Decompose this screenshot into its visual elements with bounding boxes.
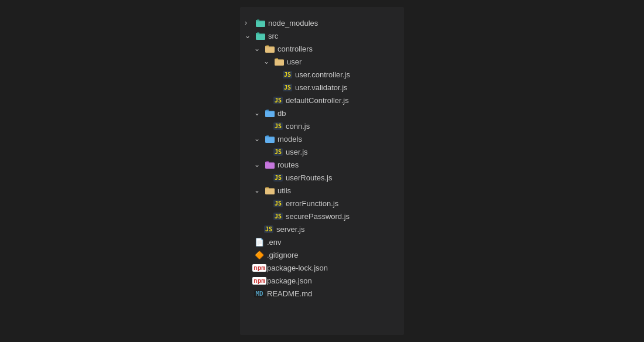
tree-item-package-json[interactable]: npmpackage.json	[240, 274, 404, 287]
file-icon: JS	[273, 95, 283, 105]
svg-rect-5	[266, 135, 269, 136]
file-icon: npm	[254, 275, 265, 286]
svg-rect-2	[266, 45, 269, 46]
file-label: db	[278, 109, 286, 118]
file-label: package.json	[267, 276, 312, 285]
file-icon: JS	[273, 121, 283, 131]
js-icon: JS	[283, 71, 292, 78]
svg-rect-3	[276, 58, 278, 59]
js-icon: JS	[273, 122, 283, 130]
svg-rect-4	[266, 110, 269, 111]
tree-item-controllers[interactable]: ⌄ controllers	[240, 42, 404, 55]
tree-item-user-controller[interactable]: JSuser.controller.js	[240, 68, 404, 81]
js-icon: JS	[273, 174, 283, 182]
file-label: controllers	[278, 45, 313, 53]
file-label: user.validator.js	[295, 83, 348, 92]
chevron-icon: ⌄	[245, 32, 254, 40]
tree-item-src[interactable]: ⌄ src	[240, 29, 404, 42]
svg-rect-7	[266, 187, 269, 188]
file-icon	[265, 108, 275, 118]
file-icon: 📄	[254, 237, 265, 247]
svg-rect-0	[257, 19, 259, 20]
tree-item-server[interactable]: JSserver.js	[240, 223, 404, 235]
tree-item-user-model[interactable]: JSuser.js	[240, 145, 404, 158]
file-label: utils	[278, 186, 291, 195]
file-icon: JS	[282, 69, 293, 80]
file-label: package-lock.json	[267, 264, 328, 272]
file-label: routes	[278, 160, 299, 169]
tree-item-utils[interactable]: ⌄ utils	[240, 184, 404, 197]
chevron-icon: ⌄	[263, 57, 273, 66]
file-icon: npm	[254, 262, 265, 273]
file-icon	[255, 30, 266, 41]
folder-routes-icon	[265, 161, 275, 169]
folder-db-icon	[265, 110, 275, 117]
js-icon: JS	[273, 213, 283, 220]
file-icon	[265, 159, 275, 170]
chevron-icon: ⌄	[254, 45, 263, 53]
svg-rect-6	[266, 161, 269, 162]
file-icon	[255, 18, 266, 28]
file-label: user.controller.js	[295, 70, 350, 79]
file-label: models	[278, 135, 302, 143]
js-icon: JS	[273, 97, 283, 104]
file-label: README.md	[267, 289, 312, 298]
tree-item-readme[interactable]: MDREADME.md	[240, 287, 404, 300]
folder-controllers-icon	[265, 45, 275, 53]
tree-item-default-controller[interactable]: JSdefaultController.js	[240, 94, 404, 107]
panel-title	[240, 7, 404, 16]
tree-item-conn[interactable]: JSconn.js	[240, 119, 404, 132]
file-label: .env	[267, 238, 282, 247]
file-label: defaultController.js	[286, 96, 349, 105]
tree-item-routes[interactable]: ⌄ routes	[240, 158, 404, 171]
file-icon: 🔶	[254, 249, 265, 260]
file-label: userRoutes.js	[286, 173, 332, 182]
file-icon: JS	[273, 211, 283, 221]
tree-item-node_modules[interactable]: › node_modules	[240, 16, 404, 29]
file-icon	[265, 185, 275, 196]
file-label: conn.js	[286, 122, 310, 131]
file-label: user.js	[286, 148, 308, 156]
tree-item-user-routes[interactable]: JSuserRoutes.js	[240, 171, 404, 184]
tree-item-error-function[interactable]: JSerrorFunction.js	[240, 197, 404, 210]
js-icon: JS	[283, 84, 292, 91]
js-icon: JS	[273, 148, 283, 156]
tree-item-user[interactable]: ⌄ user	[240, 55, 404, 68]
folder-src-icon	[256, 32, 265, 40]
chevron-icon: ›	[245, 19, 254, 27]
tree-item-secure-password[interactable]: JSsecurePassword.js	[240, 210, 404, 223]
chevron-icon: ⌄	[254, 109, 263, 117]
tree-item-env[interactable]: 📄.env	[240, 235, 404, 248]
chevron-icon: ⌄	[254, 160, 263, 169]
file-label: node_modules	[268, 19, 318, 28]
chevron-icon: ⌄	[254, 135, 263, 143]
file-icon: JS	[282, 82, 293, 93]
npm-icon: npm	[252, 264, 266, 272]
tree-item-user-validator[interactable]: JSuser.validator.js	[240, 81, 404, 94]
file-icon	[265, 43, 275, 54]
tree-item-package-lock[interactable]: npmpackage-lock.json	[240, 261, 404, 274]
npm-icon: npm	[252, 277, 266, 285]
folder-user-icon	[275, 58, 284, 66]
file-icon: MD	[254, 288, 265, 299]
tree-item-models[interactable]: ⌄ models	[240, 132, 404, 145]
js-icon: JS	[273, 200, 283, 207]
git-icon: 🔶	[255, 251, 264, 259]
md-icon: MD	[254, 290, 264, 297]
file-tree: › node_modules⌄ src⌄ controllers⌄ userJS…	[240, 16, 404, 300]
tree-item-gitignore[interactable]: 🔶.gitignore	[240, 248, 404, 261]
file-icon: JS	[263, 224, 274, 234]
file-icon	[265, 134, 275, 144]
file-label: user	[287, 57, 302, 66]
file-label: errorFunction.js	[286, 199, 338, 208]
file-label: src	[268, 32, 278, 40]
explorer-panel: › node_modules⌄ src⌄ controllers⌄ userJS…	[240, 7, 404, 335]
folder-utils-icon	[265, 187, 275, 194]
env-icon: 📄	[255, 238, 264, 247]
chevron-icon: ⌄	[254, 186, 263, 194]
file-icon: JS	[273, 172, 283, 183]
file-label: securePassword.js	[286, 212, 350, 221]
folder-node-icon	[256, 19, 265, 27]
file-icon	[274, 56, 285, 67]
tree-item-db[interactable]: ⌄ db	[240, 107, 404, 119]
